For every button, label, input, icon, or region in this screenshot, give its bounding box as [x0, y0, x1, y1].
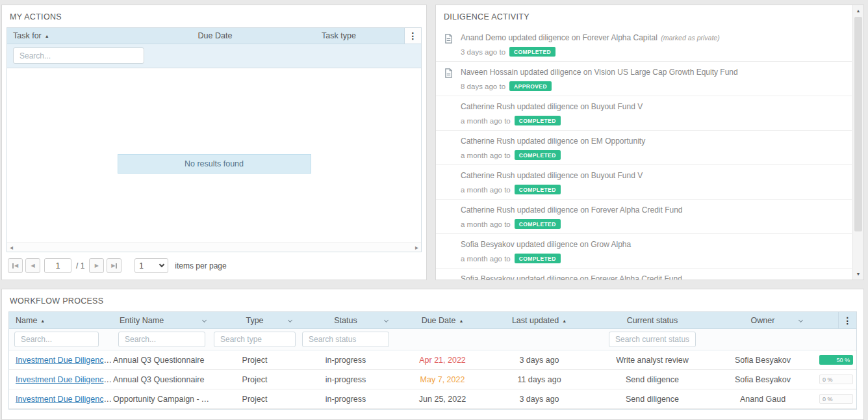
activity-item: Anand Demo updated diligence on Forever …: [436, 27, 852, 62]
icon-spacer: [444, 205, 455, 206]
column-header-type[interactable]: Type: [212, 312, 298, 329]
current-status-cell: Send diligence: [587, 375, 717, 384]
icon-spacer: [444, 240, 455, 241]
next-page-button[interactable]: ▶: [89, 258, 104, 273]
column-header-task-for[interactable]: Task for ▲: [7, 28, 157, 44]
column-header-name[interactable]: Name ▲: [9, 312, 113, 329]
activity-time: 8 days ago to: [461, 83, 505, 90]
top-row: MY ACTIONS Task for ▲ Due Date Task type…: [1, 5, 864, 280]
status-cell: in-progress: [298, 356, 394, 365]
status-badge: COMPLETED: [515, 185, 561, 194]
grid-menu-button[interactable]: ⋮: [404, 28, 421, 44]
last-page-button[interactable]: ▶: [107, 258, 121, 273]
status-cell: in-progress: [298, 395, 394, 404]
scrollbar-thumb[interactable]: [854, 17, 862, 231]
activity-scrollbar[interactable]: ▲ ▼: [852, 5, 863, 280]
pagination-bar: ◀ ◀ / 1 ▶ ▶ 1 items per page: [2, 252, 426, 280]
activity-item: Sofia Besyakov updated diligence on Fore…: [436, 269, 852, 280]
horizontal-scrollbar[interactable]: ◂ ▸: [7, 242, 421, 252]
activity-item: Catherine Rush updated diligence on Buyo…: [436, 165, 852, 200]
scroll-up-icon[interactable]: ▲: [853, 5, 863, 16]
type-filter-input[interactable]: [214, 332, 296, 347]
prev-page-button[interactable]: ◀: [25, 258, 40, 273]
my-actions-title: MY ACTIONS: [2, 5, 426, 27]
workflow-name-link[interactable]: Investment Due Diligence ...: [16, 375, 113, 384]
page-number-input[interactable]: [44, 258, 71, 273]
activity-text: Catherine Rush updated diligence on EM O…: [461, 137, 645, 146]
column-menu-icon[interactable]: [798, 318, 803, 322]
activity-time: a month ago to: [461, 255, 511, 263]
type-cell: Project: [212, 395, 298, 404]
workflow-header-row: Name ▲ Entity Name Type Status Due Date: [9, 312, 856, 329]
scroll-left-icon[interactable]: ◂: [10, 244, 13, 251]
activity-item: Catherine Rush updated diligence on Fore…: [436, 200, 852, 234]
column-menu-icon[interactable]: [202, 318, 207, 322]
column-header-due-date[interactable]: Due Date: [157, 28, 274, 44]
status-badge: COMPLETED: [515, 219, 561, 229]
column-label: Current status: [627, 316, 678, 325]
column-header-entity-name[interactable]: Entity Name: [113, 312, 212, 329]
current-status-cell: Send diligence: [587, 395, 717, 404]
activity-text: Catherine Rush updated diligence on Fore…: [461, 205, 683, 215]
activity-time: 3 days ago to: [461, 48, 505, 56]
activity-time: a month ago to: [461, 151, 511, 159]
activity-item: Sofia Besyakov updated diligence on Grow…: [436, 234, 852, 269]
workflow-row: Investment Due Diligence ... Annual Q3 Q…: [9, 370, 856, 389]
activity-list: Anand Demo updated diligence on Forever …: [436, 27, 852, 280]
grid-menu-button[interactable]: ⋮: [838, 312, 856, 329]
last-updated-cell: 3 days ago: [491, 356, 587, 365]
column-label: Task for: [13, 31, 42, 40]
progress-bar: 0 %: [819, 394, 853, 404]
workflow-table: Name ▲ Entity Name Type Status Due Date: [8, 311, 857, 410]
type-cell: Project: [212, 356, 298, 365]
my-actions-filter-row: [7, 44, 421, 68]
no-results-message: No results found: [118, 154, 311, 174]
entity-filter-input[interactable]: [118, 332, 205, 347]
task-search-input[interactable]: [13, 47, 144, 64]
status-cell: in-progress: [298, 375, 394, 384]
entity-name-cell: Annual Q3 Questionnaire: [113, 356, 212, 365]
scrollbar-track[interactable]: [853, 16, 863, 269]
status-filter-input[interactable]: [302, 332, 389, 347]
name-filter-input[interactable]: [14, 332, 99, 347]
entity-name-cell: Annual Q3 Questionnaire: [113, 375, 212, 384]
diligence-activity-panel: DILIGENCE ACTIVITY Anand Demo updated di…: [435, 5, 864, 280]
column-menu-icon[interactable]: [288, 318, 292, 322]
icon-spacer: [444, 102, 455, 103]
page-size-select[interactable]: 1: [134, 258, 168, 273]
diligence-update-icon: [444, 68, 455, 81]
activity-text: Sofia Besyakov updated diligence on Grow…: [461, 240, 631, 249]
workflow-name-link[interactable]: Investment Due Diligence ...: [16, 356, 113, 365]
entity-name-cell: Opportunity Campaign - As...: [113, 395, 212, 404]
scroll-down-icon[interactable]: ▼: [853, 269, 863, 280]
column-header-current-status[interactable]: Current status: [587, 312, 717, 329]
my-actions-body: No results found: [7, 68, 421, 242]
my-actions-grid: Task for ▲ Due Date Task type ⋮: [6, 27, 422, 252]
progress-bar: 50 %: [819, 355, 853, 365]
arrow-right-icon: ▶: [111, 263, 115, 269]
column-menu-icon[interactable]: [384, 318, 389, 322]
column-header-due-date[interactable]: Due Date ▲: [394, 312, 491, 329]
owner-cell: Sofia Besyakov: [717, 356, 808, 365]
column-header-last-updated[interactable]: Last updated ▲: [491, 312, 587, 329]
first-page-button[interactable]: ◀: [8, 258, 23, 273]
column-header-status[interactable]: Status: [298, 312, 394, 329]
progress-bar: 0 %: [819, 374, 853, 384]
column-label: Type: [246, 316, 263, 325]
column-header-owner[interactable]: Owner: [717, 312, 808, 329]
items-per-page-label: items per page: [175, 261, 226, 270]
owner-cell: Sofia Besyakov: [717, 375, 808, 384]
type-cell: Project: [212, 375, 298, 384]
current-status-cell: Write analyst review: [587, 356, 717, 365]
sort-asc-icon: ▲: [40, 319, 45, 323]
current-status-filter-input[interactable]: [609, 332, 696, 347]
column-label: Status: [334, 316, 357, 325]
column-header-task-type[interactable]: Task type: [274, 28, 404, 44]
due-date-cell: Apr 21, 2022: [394, 356, 491, 365]
workflow-row: Investment Due Diligence ... Opportunity…: [9, 389, 856, 409]
column-header-progress: [808, 312, 838, 329]
scroll-right-icon[interactable]: ▸: [415, 244, 418, 251]
workflow-name-link[interactable]: Investment Due Diligence ...: [16, 395, 113, 404]
page-total-label: / 1: [76, 261, 84, 270]
arrow-right-icon: ▶: [95, 263, 99, 269]
